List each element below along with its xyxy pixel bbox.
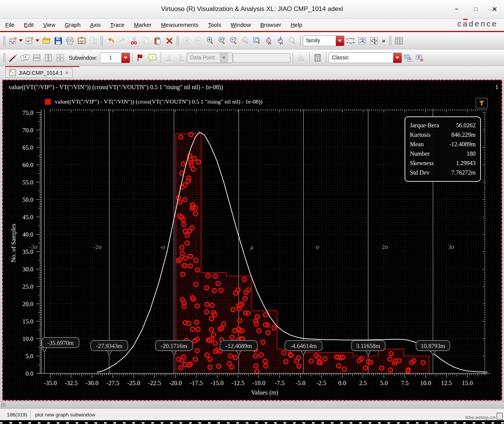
svg-text:2.5: 2.5 <box>359 379 367 387</box>
separator <box>309 53 310 63</box>
svg-text:65.0: 65.0 <box>22 144 33 151</box>
page-setup-icon <box>88 36 98 46</box>
plot-wrap: value((VT("/VIP") - VT("/VIN")) (cross(V… <box>0 79 504 401</box>
save-icon[interactable] <box>53 36 63 46</box>
subwindow-label: Subwindow: <box>69 55 98 61</box>
svg-text:55.0: 55.0 <box>22 179 33 186</box>
new-window-dropdown-icon[interactable] <box>19 39 23 42</box>
menu-measurements[interactable]: Measurements <box>161 22 198 28</box>
cards-icon[interactable] <box>20 53 30 63</box>
svg-text:70.0: 70.0 <box>22 127 33 134</box>
menu-graph[interactable]: Graph <box>65 22 81 28</box>
menu-file[interactable]: File <box>5 22 14 28</box>
style-select[interactable]: Classic <box>329 53 402 63</box>
close-button[interactable]: ✕ <box>490 6 499 13</box>
subwindow-select[interactable]: 1 <box>100 53 130 63</box>
svg-text:-22.5: -22.5 <box>148 379 161 387</box>
toolbar-grip[interactable] <box>389 36 392 46</box>
watermark: bbs.eetop.cn <box>465 413 503 420</box>
flag-icon[interactable] <box>136 53 146 63</box>
svg-text:-2.5: -2.5 <box>316 379 326 387</box>
open-icon[interactable] <box>41 36 51 46</box>
print-icon[interactable] <box>65 36 75 46</box>
svg-text:i: i <box>152 55 153 59</box>
combine-signals-icon[interactable] <box>357 36 367 46</box>
stat-jarque-bera: Jarque-Bera56.0262 <box>410 121 476 130</box>
menu-marker[interactable]: Marker <box>134 22 152 28</box>
tab-close-icon[interactable]: × <box>65 70 68 76</box>
menu-help[interactable]: Help <box>291 22 302 28</box>
badge-3σ[interactable]: 10.8793m <box>416 340 450 355</box>
separator <box>326 53 326 63</box>
show-table-icon[interactable] <box>394 36 404 46</box>
zoom-in-2x-icon[interactable]: 2 <box>217 36 227 46</box>
undo-icon[interactable] <box>105 36 116 46</box>
scrollbar-grip[interactable] <box>2 403 6 407</box>
graph-tab-icon <box>9 70 16 76</box>
toolbar-grip[interactable] <box>177 36 179 46</box>
style-dropdown-icon[interactable] <box>393 53 402 63</box>
subwindow-grid-icon[interactable] <box>55 53 65 63</box>
zoom-in-icon[interactable] <box>205 36 215 46</box>
new-window-icon[interactable] <box>8 36 18 46</box>
menu-view[interactable]: View <box>43 22 55 28</box>
toolbar-overflow[interactable]: » <box>382 37 385 44</box>
secondary-toolbar: Subwindow: 1 i Data Point Classic <box>0 50 504 66</box>
zoom-fit-icon[interactable] <box>252 36 262 46</box>
maximize-button[interactable]: □ <box>471 6 480 12</box>
toolbar-grip[interactable] <box>101 36 103 46</box>
window-controls: – □ ✕ <box>453 0 502 18</box>
minimize-button[interactable]: – <box>453 6 461 12</box>
subwindow-dropdown-icon[interactable] <box>121 53 130 63</box>
vertical-split-icon[interactable] <box>43 53 53 63</box>
delete-icon[interactable] <box>164 36 174 46</box>
svg-text:12.5: 12.5 <box>441 379 452 387</box>
svg-text:-3σ: -3σ <box>29 244 38 250</box>
svg-text:20.0: 20.0 <box>22 300 33 308</box>
swap-sweep-icon[interactable] <box>345 36 355 46</box>
horizontal-split-icon[interactable] <box>31 53 42 63</box>
menu-edit[interactable]: Edit <box>24 22 34 28</box>
zoom-y-icon[interactable] <box>275 36 285 46</box>
menu-browser[interactable]: Browser <box>260 22 281 28</box>
virtuoso-window: Virtuoso (R) Visualization & Analysis XL… <box>0 0 504 424</box>
export-image-icon[interactable] <box>76 36 87 46</box>
toolbar-grip[interactable] <box>3 53 6 63</box>
status-bar: 186(319) plot new graph subwindow bbs.ee… <box>0 408 504 421</box>
svg-text:7.5: 7.5 <box>401 379 409 387</box>
svg-text:-15.0: -15.0 <box>211 379 223 387</box>
svg-text:2: 2 <box>223 37 225 40</box>
save-layout-icon[interactable] <box>403 53 413 63</box>
cut-icon[interactable] <box>129 36 139 46</box>
svg-text:-10.0: -10.0 <box>252 379 265 387</box>
calibration-wand-icon[interactable] <box>8 53 18 63</box>
calculator-icon[interactable] <box>313 53 323 63</box>
menu-axis[interactable]: Axis <box>90 22 101 28</box>
svg-text:0.0: 0.0 <box>338 379 346 387</box>
horizontal-scrollbar[interactable] <box>0 401 504 409</box>
split-signals-icon[interactable] <box>369 36 379 46</box>
svg-text:-7.5: -7.5 <box>275 379 285 387</box>
stat-number: Number180 <box>410 149 476 158</box>
menu-window[interactable]: Window <box>231 22 251 28</box>
svg-text:75.0: 75.0 <box>22 109 33 116</box>
badge--3σ[interactable]: -35.6970m <box>42 337 79 352</box>
visibility-icon[interactable] <box>414 53 425 63</box>
new-subwindow-dropdown-icon[interactable] <box>36 39 39 42</box>
info-balloon-icon[interactable]: i <box>147 53 158 63</box>
zoom-x-icon[interactable] <box>264 36 274 46</box>
stats-box[interactable]: Jarque-Bera56.0262 Kurtosis846.229m Mean… <box>405 116 481 182</box>
toolbar-grip[interactable] <box>3 36 6 46</box>
menu-tools[interactable]: Tools <box>208 22 221 28</box>
new-subwindow-icon[interactable] <box>25 36 35 46</box>
graph-subwindow[interactable]: value((VT("/VIP") - VT("/VIN")) (cross(V… <box>2 80 502 401</box>
family-select[interactable]: family <box>303 36 344 46</box>
menu-trace[interactable]: Trace <box>110 22 124 28</box>
y-axis-title: No. of Samples <box>10 224 17 262</box>
svg-text:10.0: 10.0 <box>420 379 431 387</box>
family-dropdown-icon[interactable] <box>336 36 344 46</box>
badge--2σ[interactable]: -27.9343m <box>90 340 128 355</box>
tab-jiao-cmp-1014[interactable]: JIAO:CMP_1014:1 × <box>5 68 73 78</box>
paste-icon[interactable] <box>152 36 163 46</box>
zoom-out-2x-icon[interactable]: 2 <box>228 36 239 46</box>
